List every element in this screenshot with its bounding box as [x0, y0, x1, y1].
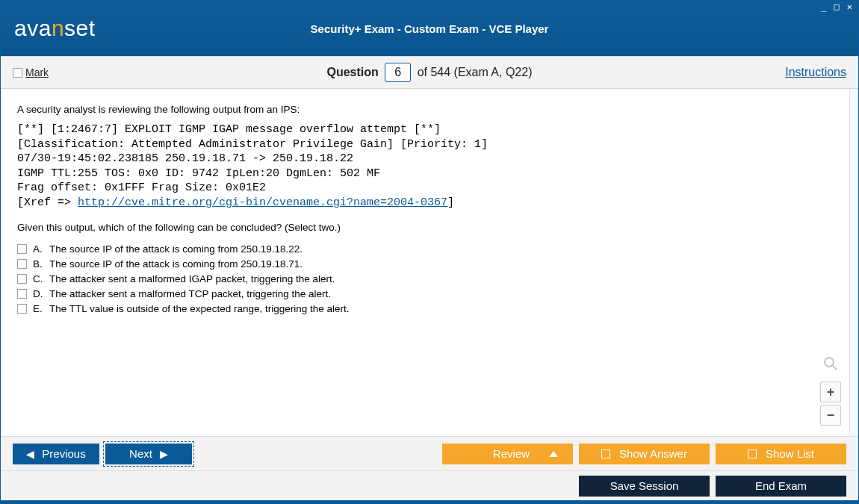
- triangle-up-icon: [549, 451, 558, 457]
- checkbox-icon[interactable]: [748, 449, 757, 458]
- ips-line: 07/30-19:45:02.238185 250.19.18.71 -> 25…: [17, 152, 353, 165]
- maximize-icon[interactable]: □: [833, 2, 841, 11]
- show-answer-label: Show Answer: [619, 447, 687, 460]
- window-controls: _ □ ✕: [819, 2, 854, 11]
- ips-output: [**] [1:2467:7] EXPLOIT IGMP IGAP messag…: [17, 122, 831, 210]
- minimize-icon[interactable]: _: [819, 2, 828, 11]
- content-wrap: A security analyst is reviewing the foll…: [1, 89, 858, 436]
- answer-option[interactable]: B. The source IP of the attack is coming…: [17, 258, 831, 270]
- zoom-in-button[interactable]: +: [820, 382, 841, 402]
- end-exam-button[interactable]: End Exam: [716, 476, 846, 497]
- cve-link[interactable]: http://cve.mitre.org/cgi-bin/cvename.cgi…: [78, 196, 447, 209]
- show-list-button[interactable]: Show List: [716, 444, 846, 464]
- question-content: A security analyst is reviewing the foll…: [1, 89, 849, 436]
- ips-line: [**] [1:2467:7] EXPLOIT IGMP IGAP messag…: [17, 123, 441, 136]
- answer-option[interactable]: D. The attacker sent a malformed TCP pac…: [17, 288, 831, 299]
- checkbox-icon[interactable]: [17, 304, 27, 314]
- answer-option[interactable]: C. The attacker sent a malformed IGAP pa…: [17, 273, 831, 284]
- brand-text-prefix: ava: [14, 16, 52, 40]
- review-button[interactable]: Review: [442, 444, 573, 464]
- ips-xref-prefix: [Xref =>: [17, 196, 78, 209]
- answer-letter: D.: [33, 288, 43, 299]
- next-label: Next: [129, 447, 152, 460]
- save-session-button[interactable]: Save Session: [579, 476, 710, 497]
- zoom-out-button[interactable]: −: [820, 405, 841, 426]
- close-icon[interactable]: ✕: [846, 2, 854, 11]
- review-label: Review: [493, 447, 530, 460]
- show-answer-button[interactable]: Show Answer: [579, 444, 710, 464]
- show-list-label: Show List: [766, 447, 814, 460]
- chevron-left-icon: ◀: [26, 448, 34, 460]
- checkbox-icon[interactable]: [17, 244, 27, 254]
- answer-letter: A.: [33, 243, 43, 255]
- magnifier-icon[interactable]: [823, 356, 838, 375]
- question-of-text: of 544 (Exam A, Q22): [418, 66, 533, 78]
- brand-text-accent: n: [52, 16, 64, 40]
- svg-point-0: [825, 358, 834, 367]
- title-bar: avanset Security+ Exam - Custom Exam - V…: [1, 1, 858, 56]
- zoom-controls: + −: [819, 356, 842, 426]
- next-button[interactable]: Next ▶: [105, 444, 192, 464]
- answer-list: A. The source IP of the attack is coming…: [17, 243, 831, 314]
- checkbox-icon[interactable]: [601, 449, 610, 458]
- answer-letter: B.: [33, 258, 43, 270]
- previous-button[interactable]: ◀ Previous: [13, 444, 99, 464]
- brand-logo: avanset: [14, 16, 96, 41]
- ips-line: [Classification: Attempted Administrator…: [17, 138, 488, 151]
- question-intro: A security analyst is reviewing the foll…: [17, 104, 831, 115]
- scrollbar-track[interactable]: [849, 89, 858, 436]
- svg-line-1: [833, 366, 837, 370]
- question-info: Question 6 of 544 (Exam A, Q22): [1, 63, 858, 82]
- answer-letter: C.: [33, 273, 43, 284]
- answer-text: The attacker sent a malformed TCP packet…: [49, 288, 331, 299]
- chevron-right-icon: ▶: [160, 448, 168, 460]
- answer-text: The source IP of the attack is coming fr…: [49, 243, 303, 255]
- answer-text: The attacker sent a malformed IGAP packe…: [49, 273, 335, 284]
- window-title: Security+ Exam - Custom Exam - VCE Playe…: [1, 22, 858, 35]
- answer-letter: E.: [33, 303, 43, 314]
- question-word: Question: [326, 66, 378, 78]
- checkbox-icon[interactable]: [17, 274, 27, 284]
- answer-option[interactable]: E. The TTL value is outside of the expec…: [17, 303, 831, 314]
- ips-xref-suffix: ]: [447, 196, 454, 209]
- answer-option[interactable]: A. The source IP of the attack is coming…: [17, 243, 831, 255]
- previous-label: Previous: [42, 447, 85, 460]
- answer-text: The TTL value is outside of the expected…: [49, 303, 350, 314]
- question-followup: Given this output, which of the followin…: [17, 222, 831, 233]
- ips-line: Frag offset: 0x1FFF Frag Size: 0x01E2: [17, 181, 266, 194]
- checkbox-icon[interactable]: [17, 259, 27, 269]
- ips-line: IGMP TTL:255 TOS: 0x0 ID: 9742 IpLen:20 …: [17, 167, 380, 180]
- nav-button-row: ◀ Previous Next ▶ Review Show Answer Sho…: [1, 436, 858, 470]
- question-number-box[interactable]: 6: [385, 63, 411, 82]
- brand-text-suffix: set: [64, 16, 96, 40]
- question-header-bar: Mark Question 6 of 544 (Exam A, Q22) Ins…: [1, 56, 858, 89]
- checkbox-icon[interactable]: [17, 289, 27, 299]
- session-button-row: Save Session End Exam: [1, 470, 858, 503]
- answer-text: The source IP of the attack is coming fr…: [49, 258, 303, 270]
